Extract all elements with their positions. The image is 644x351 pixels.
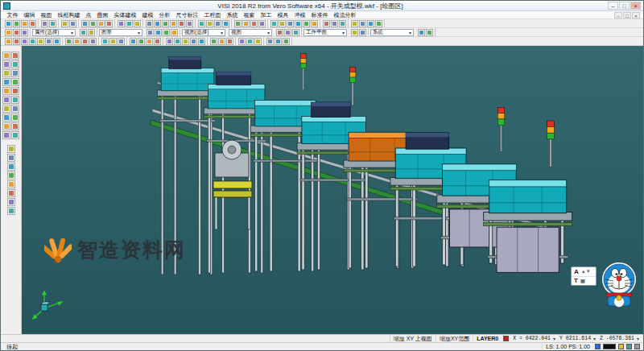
point-tool-icon[interactable] (11, 52, 19, 60)
dimension-tool-icon[interactable] (7, 154, 15, 162)
right-view-icon[interactable] (29, 38, 36, 45)
maximize-button[interactable]: □ (619, 2, 630, 10)
workplane-zx-icon[interactable] (292, 29, 299, 36)
scale-tool-icon[interactable] (2, 122, 10, 130)
boolean-intersect-icon[interactable] (118, 38, 125, 45)
line-style-icon[interactable] (88, 29, 95, 36)
menu-item-1[interactable]: 文件 (4, 11, 21, 19)
select-all-icon[interactable] (126, 20, 133, 27)
zoom-in-icon[interactable] (146, 20, 153, 27)
menu-item-5[interactable]: 点 (83, 11, 94, 19)
delete-icon[interactable] (105, 20, 113, 27)
pick-vertex-icon[interactable] (171, 29, 178, 36)
trim-tool-icon[interactable] (11, 87, 19, 95)
chamfer-tool-icon[interactable] (11, 96, 19, 104)
options-icon[interactable] (283, 38, 290, 45)
surface-icon[interactable] (351, 20, 358, 27)
deselect-icon[interactable] (134, 20, 141, 27)
text-style-button[interactable]: T ▦ (572, 277, 596, 286)
circle-icon[interactable] (295, 20, 302, 27)
selection-filter-icon[interactable] (118, 20, 125, 27)
hatch-icon[interactable] (7, 145, 15, 153)
scale-icon[interactable] (198, 38, 205, 45)
menu-item-9[interactable]: 分析 (156, 11, 173, 19)
save-icon[interactable] (21, 20, 28, 27)
iso-view-icon[interactable] (5, 38, 12, 45)
show-icon[interactable] (7, 198, 15, 206)
display-mode-icon[interactable] (13, 29, 20, 36)
units-indicator[interactable] (634, 344, 640, 349)
perspective-icon[interactable] (222, 20, 229, 27)
solid-icon[interactable] (359, 20, 366, 27)
layer-indicator[interactable]: LAYER0 (473, 336, 502, 341)
material-icon[interactable] (246, 38, 254, 45)
mirror-icon[interactable] (166, 38, 173, 45)
menu-item-10[interactable]: 尺寸标注 (173, 11, 201, 19)
menu-item-3[interactable]: 视图 (38, 11, 55, 19)
chamfer-icon[interactable] (73, 38, 80, 45)
refresh-icon[interactable] (21, 29, 28, 36)
toolbar-combo[interactable]: 视图▾ (229, 29, 272, 36)
redo-icon[interactable] (69, 20, 76, 27)
chevron-down-icon[interactable]: ▾ (637, 336, 641, 341)
zoom-window-icon[interactable] (162, 20, 169, 27)
offset-icon[interactable] (2, 87, 10, 95)
text-tool-icon[interactable] (11, 131, 19, 139)
analysis-curvature-icon[interactable] (210, 38, 217, 45)
rotate-view-icon[interactable] (186, 20, 193, 27)
child-minimize-button[interactable]: – (614, 12, 622, 19)
fillet-icon[interactable] (65, 38, 72, 45)
toolbar-combo[interactable]: 图形▾ (99, 29, 142, 36)
shaded-icon[interactable] (198, 20, 205, 27)
hidden-line-icon[interactable] (214, 20, 221, 27)
cut-icon[interactable] (81, 20, 89, 27)
move-icon[interactable] (182, 38, 189, 45)
top-view-icon[interactable] (13, 38, 20, 45)
copy-icon[interactable] (89, 20, 97, 27)
circle-tool-icon[interactable] (11, 69, 19, 77)
trim-icon[interactable] (130, 38, 137, 45)
grid-icon[interactable] (242, 20, 250, 27)
zoom-range-button[interactable]: 缩放XY范围 (436, 335, 473, 343)
draft-icon[interactable] (89, 38, 97, 45)
system-settings-icon[interactable] (351, 29, 358, 36)
hide-icon[interactable] (7, 189, 15, 197)
ellipse-icon[interactable] (2, 78, 10, 86)
menu-item-12[interactable]: 系统 (224, 11, 241, 19)
child-close-button[interactable]: × (632, 12, 640, 19)
workplane-icon[interactable] (258, 20, 266, 27)
view-properties-icon[interactable] (5, 29, 12, 36)
analysis-draft-icon[interactable] (218, 38, 225, 45)
minimize-button[interactable]: – (608, 2, 618, 10)
revolve-icon[interactable] (375, 20, 382, 27)
pan-icon[interactable] (178, 20, 185, 27)
light-icon[interactable] (254, 38, 262, 45)
line-icon[interactable] (279, 20, 286, 27)
rectangle-icon[interactable] (303, 20, 310, 27)
menu-item-4[interactable]: 线框构建 (55, 11, 83, 19)
close-button[interactable]: × (630, 2, 641, 10)
plot-icon[interactable] (49, 20, 56, 27)
save-as-icon[interactable] (29, 20, 36, 27)
snap-indicator[interactable] (595, 344, 601, 349)
layer-tool-icon[interactable] (7, 163, 15, 171)
left-view-icon[interactable] (37, 38, 44, 45)
move-tool-icon[interactable] (2, 105, 10, 113)
workplane-xy-icon[interactable] (276, 29, 283, 36)
menu-item-6[interactable]: 曲面 (94, 11, 111, 19)
render-icon[interactable] (238, 38, 246, 45)
arc-icon[interactable] (287, 20, 294, 27)
rotate-icon[interactable] (190, 38, 197, 45)
layer-color-indicator[interactable] (618, 344, 624, 349)
menu-item-7[interactable]: 实体建模 (111, 11, 139, 19)
color-picker-icon[interactable] (80, 29, 87, 36)
menu-item-11[interactable]: 工程图 (201, 11, 224, 19)
front-view-icon[interactable] (21, 38, 28, 45)
polyline-icon[interactable] (11, 60, 19, 68)
bottom-view-icon[interactable] (53, 38, 60, 45)
boolean-union-icon[interactable] (101, 38, 109, 45)
copy-tool-icon[interactable] (11, 105, 19, 113)
properties-icon[interactable] (7, 207, 15, 215)
curve-icon[interactable] (311, 20, 318, 27)
menu-item-15[interactable]: 模具 (275, 11, 291, 19)
